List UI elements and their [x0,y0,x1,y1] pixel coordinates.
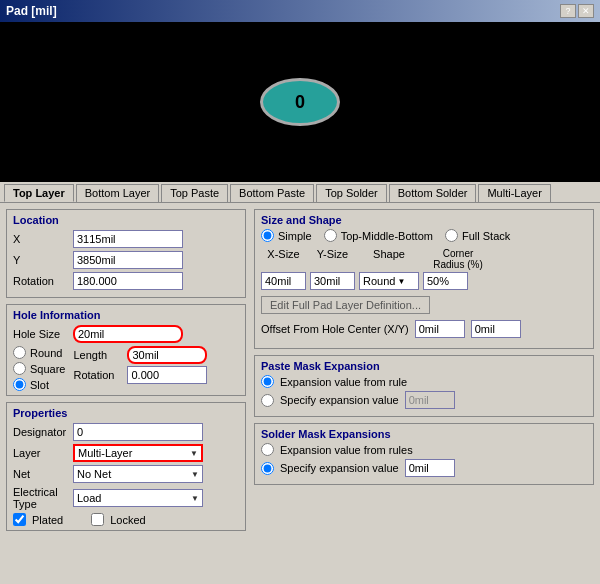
tab-bottom-layer[interactable]: Bottom Layer [76,184,159,202]
paste-rule-radio[interactable] [261,375,274,388]
locked-checkbox[interactable] [91,513,104,526]
solder-specify-radio[interactable] [261,462,274,475]
hole-fields: Length Rotation [73,346,207,391]
col-shape: Shape [359,248,419,270]
slot-label: Slot [30,379,49,391]
window-title: Pad [mil] [6,4,57,18]
offset-label: Offset From Hole Center (X/Y) [261,323,409,335]
round-radio[interactable] [13,346,26,359]
y-label: Y [13,254,73,266]
close-button[interactable]: ✕ [578,4,594,18]
designator-row: Designator [13,423,239,441]
paste-specify-label: Specify expansion value [280,394,399,406]
col-xsize: X-Size [261,248,306,270]
edit-full-pad-button[interactable]: Edit Full Pad Layer Definition... [261,296,430,314]
square-label: Square [30,363,65,375]
shape-value: Round [363,275,395,287]
tab-bottom-solder[interactable]: Bottom Solder [389,184,477,202]
size-shape-section: Size and Shape Simple Top-Middle-Bottom … [254,209,594,349]
designator-input[interactable] [73,423,203,441]
tab-top-layer[interactable]: Top Layer [4,184,74,202]
tab-top-solder[interactable]: Top Solder [316,184,387,202]
simple-radio[interactable] [261,229,274,242]
rotation-label: Rotation [13,275,73,287]
hole-rotation-input[interactable] [127,366,207,384]
designator-label: Designator [13,426,73,438]
round-label: Round [30,347,62,359]
net-dropdown-arrow: ▼ [191,470,199,479]
hole-info-section: Hole Information Hole Size Round Square [6,304,246,396]
hole-size-row: Hole Size [13,325,239,343]
layer-row: Layer Multi-Layer ▼ [13,444,239,462]
offset-x-input[interactable] [415,320,465,338]
paste-specify-radio[interactable] [261,394,274,407]
edit-btn-label: Edit Full Pad Layer Definition... [270,299,421,311]
layer-label: Layer [13,447,73,459]
corner-cell: 50% [423,272,468,290]
layer-value: Multi-Layer [78,447,132,459]
paste-specify-row: Specify expansion value [261,391,587,409]
electrical-type-label: Electrical Type [13,486,73,510]
electrical-type-row: Electrical Type Load ▼ [13,486,239,510]
col-ysize: Y-Size [310,248,355,270]
solder-rule-radio[interactable] [261,443,274,456]
hole-type-group: Round Square Slot [13,346,65,391]
shape-dropdown-arrow: ▼ [397,277,405,286]
rotation-input[interactable] [73,272,183,290]
ysize-value: 30mil [314,275,340,287]
ysize-cell: 30mil [310,272,355,290]
tab-top-paste[interactable]: Top Paste [161,184,228,202]
layer-dropdown-arrow: ▼ [190,449,198,458]
location-section: Location X Y Rotation [6,209,246,298]
hole-rotation-label: Rotation [73,369,123,381]
paste-rule-row: Expansion value from rule [261,375,587,388]
size-shape-table-row: 40mil 30mil Round ▼ 50% [261,272,587,290]
slot-radio[interactable] [13,378,26,391]
electrical-type-dropdown[interactable]: Load ▼ [73,489,203,507]
paste-specify-input[interactable] [405,391,455,409]
hole-size-input[interactable] [73,325,183,343]
paste-rule-label: Expansion value from rule [280,376,407,388]
x-input[interactable] [73,230,183,248]
shape-cell: Round ▼ [359,272,419,290]
tab-multi-layer[interactable]: Multi-Layer [478,184,550,202]
full-stack-radio-row: Full Stack [445,229,510,242]
slot-radio-row: Slot [13,378,65,391]
full-stack-radio[interactable] [445,229,458,242]
shape-mode-row: Simple Top-Middle-Bottom Full Stack [261,229,587,242]
xsize-cell: 40mil [261,272,306,290]
length-input[interactable] [127,346,207,364]
hole-rotation-row: Rotation [73,366,207,384]
square-radio[interactable] [13,362,26,375]
net-dropdown[interactable]: No Net ▼ [73,465,203,483]
solder-specify-label: Specify expansion value [280,462,399,474]
hole-info-label: Hole Information [13,309,239,321]
offset-y-input[interactable] [471,320,521,338]
top-middle-bottom-radio[interactable] [324,229,337,242]
length-label: Length [73,349,123,361]
net-value: No Net [77,468,111,480]
help-button[interactable]: ? [560,4,576,18]
solder-specify-input[interactable] [405,459,455,477]
solder-rule-label: Expansion value from rules [280,444,413,456]
location-label: Location [13,214,239,226]
title-bar: Pad [mil] ? ✕ [0,0,600,22]
y-input[interactable] [73,251,183,269]
net-row: Net No Net ▼ [13,465,239,483]
hole-size-label: Hole Size [13,328,73,340]
plated-label: Plated [32,514,63,526]
size-shape-label: Size and Shape [261,214,587,226]
top-middle-bottom-radio-row: Top-Middle-Bottom [324,229,433,242]
locked-label: Locked [110,514,145,526]
plated-checkbox[interactable] [13,513,26,526]
tab-bottom-paste[interactable]: Bottom Paste [230,184,314,202]
offset-row: Offset From Hole Center (X/Y) [261,320,587,338]
x-row: X [13,230,239,248]
corner-value: 50% [427,275,449,287]
round-radio-row: Round [13,346,65,359]
electrical-type-dropdown-arrow: ▼ [191,494,199,503]
y-row: Y [13,251,239,269]
col-corner: CornerRadius (%) [423,248,493,270]
layer-dropdown[interactable]: Multi-Layer ▼ [73,444,203,462]
solder-specify-row: Specify expansion value [261,459,587,477]
